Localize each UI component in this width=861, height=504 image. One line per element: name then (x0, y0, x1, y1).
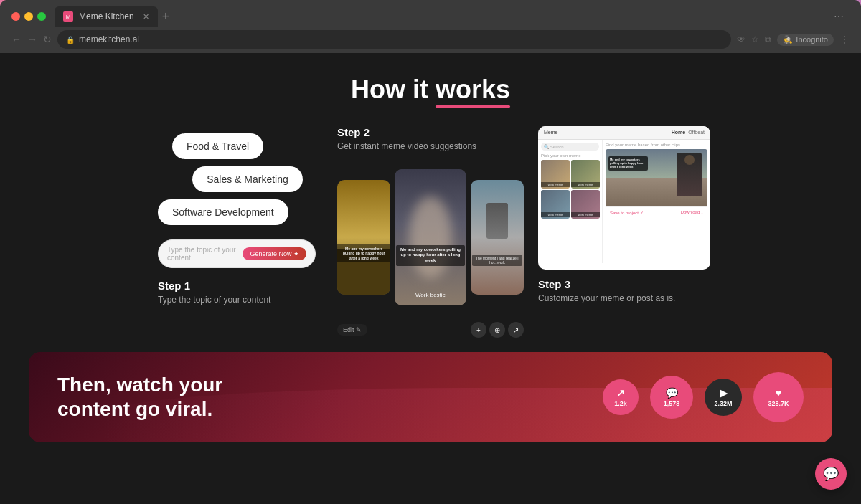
minimize-button[interactable] (24, 12, 33, 21)
meme-thumb-2[interactable]: work meme (571, 160, 600, 189)
url-text: memekitchen.ai (79, 34, 139, 44)
traffic-lights (11, 12, 46, 21)
new-tab-button[interactable]: + (162, 9, 170, 24)
share-value: 1.2k (614, 400, 627, 407)
menu-icon[interactable]: ⋮ (839, 34, 850, 45)
app-header: Meme Home Offbeat (538, 126, 710, 140)
meme-label-2: work meme (571, 182, 600, 187)
video-label: Work bestie (395, 292, 466, 298)
step3-label: Step 3 (538, 278, 710, 290)
viral-stats: ↗ 1.2k 💬 1,578 ▶ 2.32M ♥ 328.7K (603, 372, 804, 422)
app-tabs: Home Offbeat (672, 130, 705, 135)
lock-icon: 🔒 (66, 36, 75, 44)
title-part1: How it (351, 75, 436, 104)
step3-desc: Customize your meme or post as is. (538, 293, 710, 303)
viral-text-block: Then, watch your content go viral. (57, 373, 222, 421)
step-3: Meme Home Offbeat 🔍 Search Pick your own… (538, 126, 710, 303)
app-search[interactable]: 🔍 Search (541, 143, 599, 151)
step-2: Step 2 Get instant meme video suggestion… (337, 126, 524, 338)
save-to-project-button[interactable]: Save to project ✓ (610, 210, 644, 215)
video-mockups: Me and my coworkers pulling up to happy … (337, 158, 524, 316)
app-body: 🔍 Search Pick your own meme work meme wo… (538, 140, 710, 263)
incognito-icon: 🕵 (783, 35, 793, 44)
step2-label: Step 2 (337, 126, 524, 138)
person-figure (486, 203, 508, 239)
stat-share: ↗ 1.2k (603, 379, 639, 415)
address-right: 👁 ☆ ⧉ 🕵 Incognito ⋮ (737, 34, 850, 46)
incognito-label: Incognito (796, 35, 828, 44)
views-icon: ▶ (720, 387, 728, 399)
forward-button[interactable]: → (27, 34, 37, 45)
address-bar: ← → ↻ 🔒 memekitchen.ai 👁 ☆ ⧉ 🕵 Incognito… (0, 26, 861, 53)
stat-likes: ♥ 328.7K (753, 372, 804, 422)
sidebar-label: Pick your own meme (541, 153, 599, 158)
tag-food-travel[interactable]: Food & Travel (172, 133, 263, 159)
meme-label-1: work meme (541, 182, 570, 187)
title-bar: M Meme Kitchen ✕ + ⋯ (0, 0, 861, 26)
incognito-badge: 🕵 Incognito (777, 34, 834, 46)
video-thumb-main[interactable]: Me and my coworkers pulling up to happy … (395, 169, 466, 305)
extension-icon[interactable]: 👁 (737, 34, 745, 44)
meme-grid: work meme work meme work meme (541, 160, 599, 219)
chat-button[interactable]: 💬 (815, 458, 847, 490)
section-title: How it works (29, 75, 832, 105)
bookmark-icon[interactable]: ☆ (751, 34, 759, 44)
browser-window: M Meme Kitchen ✕ + ⋯ ← → ↻ 🔒 memekitchen… (0, 0, 861, 53)
meme-thumb-1[interactable]: work meme (541, 160, 570, 189)
share-button[interactable]: ↗ (508, 322, 524, 338)
tab-title: Meme Kitchen (79, 11, 134, 22)
comments-value: 1,578 (664, 400, 680, 407)
viral-banner: Then, watch your content go viral. ↗ 1.2… (29, 352, 832, 442)
comments-icon: 💬 (666, 387, 678, 399)
tag-software-dev[interactable]: Software Development (158, 199, 288, 225)
likes-icon: ♥ (776, 387, 781, 399)
tab-bar: M Meme Kitchen ✕ + (55, 6, 444, 27)
meme-thumb-3[interactable]: work meme (541, 190, 570, 219)
generate-button[interactable]: Generate Now ✦ (243, 247, 306, 260)
tag-sales-marketing[interactable]: Sales & Marketing (192, 166, 303, 192)
page-content: How it works Food & Travel Sales & Marke… (0, 53, 861, 504)
add-button[interactable]: + (471, 322, 486, 338)
share-icon: ↗ (616, 387, 625, 399)
active-tab[interactable]: M Meme Kitchen ✕ (55, 6, 158, 27)
window-controls: ⋯ (834, 11, 844, 22)
react-button[interactable]: ⊕ (489, 322, 505, 338)
viral-line1: Then, watch your (57, 373, 222, 397)
video-thumb-left: Me and my coworkers pulling up to happy … (337, 180, 390, 295)
meme-label-4: work meme (571, 212, 600, 217)
topic-input-bar[interactable]: Type the topic of your content Generate … (158, 239, 316, 268)
likes-value: 328.7K (768, 400, 789, 407)
download-button[interactable]: Download ↓ (681, 210, 703, 215)
tab-favicon: M (63, 11, 73, 22)
close-button[interactable] (11, 12, 20, 21)
tab-home[interactable]: Home (672, 130, 685, 135)
app-footer: Save to project ✓ Download ↓ (606, 206, 707, 218)
step2-header: Step 2 Get instant meme video suggestion… (337, 126, 524, 151)
input-placeholder: Type the topic of your content (167, 246, 243, 262)
video-controls: Edit ✎ + ⊕ ↗ (337, 322, 524, 338)
step-1: Food & Travel Sales & Marketing Software… (151, 126, 323, 312)
app-mockup: Meme Home Offbeat 🔍 Search Pick your own… (538, 126, 710, 270)
tab-offbeat[interactable]: Offbeat (688, 130, 705, 135)
step2-desc: Get instant meme video suggestions (337, 141, 524, 151)
main-label: Find your meme based from other clips (606, 143, 707, 147)
video3-caption: The moment I and realize I ho... work (474, 256, 521, 265)
steps-container: Food & Travel Sales & Marketing Software… (29, 126, 832, 338)
how-it-works-section: How it works Food & Travel Sales & Marke… (0, 53, 861, 352)
url-bar[interactable]: 🔒 memekitchen.ai (57, 30, 731, 49)
extensions-icon[interactable]: ⧉ (765, 34, 771, 44)
edit-button[interactable]: Edit ✎ (337, 324, 367, 336)
views-value: 2.32M (714, 400, 732, 407)
tab-close-icon[interactable]: ✕ (143, 12, 149, 22)
video1-caption: Me and my coworkers pulling up to happy … (337, 244, 390, 263)
refresh-button[interactable]: ↻ (43, 34, 52, 45)
stat-views: ▶ 2.32M (705, 379, 742, 416)
video2-caption: Me and my coworkers pulling up to happy … (398, 247, 462, 264)
maximize-button[interactable] (37, 12, 46, 21)
back-button[interactable]: ← (11, 34, 22, 45)
meme-thumb-4[interactable]: work meme (571, 190, 600, 219)
stat-comments: 💬 1,578 (650, 376, 693, 419)
title-part2: works (436, 75, 510, 105)
step1-label: Step 1 (158, 280, 316, 292)
app-main: Find your meme based from other clips (603, 140, 710, 263)
